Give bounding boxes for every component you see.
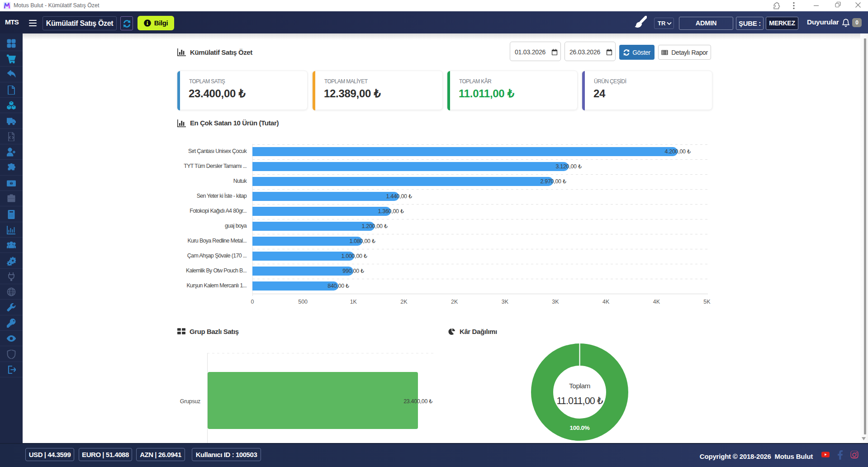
svg-text:Toplam: Toplam xyxy=(569,382,590,390)
svg-text:11.011,00 ₺: 11.011,00 ₺ xyxy=(556,396,603,406)
svg-text:100.0%: 100.0% xyxy=(570,424,590,431)
